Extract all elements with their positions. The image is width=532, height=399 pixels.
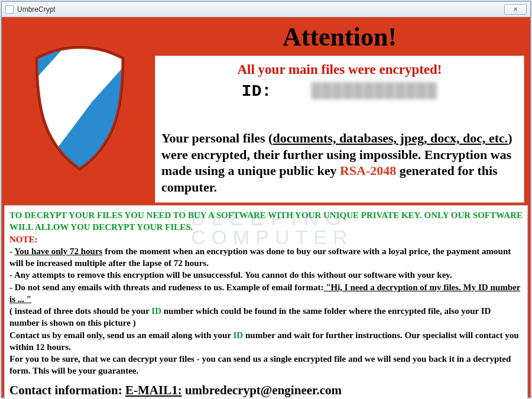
titlebar[interactable]: UmbreCrypt ✕	[2, 2, 530, 17]
encrypted-panel: All your main files were encrypted! ID: …	[155, 56, 524, 203]
top-row: Attention! All your main files were encr…	[4, 20, 528, 203]
id-value: ████████████	[312, 82, 438, 100]
note-4: ( instead of three dots should be your I…	[9, 305, 523, 329]
app-icon	[5, 5, 14, 14]
note-1: - You have only 72 hours from the moment…	[9, 245, 523, 270]
decrypt-instructions: TO DECRYPT YOUR FILES YOU NEED TO BUY A …	[9, 209, 523, 233]
window-title: UmbreCrypt	[17, 5, 504, 14]
para-b: documents, databases, jpeg, docx, doc, e…	[273, 131, 508, 145]
email1-label: E-MAIL1:	[125, 383, 182, 397]
contact-label: Contact information:	[9, 383, 122, 397]
note-2: - Any attempts to remove this encryption…	[9, 269, 523, 281]
id-line: ID: ████████████	[161, 82, 518, 100]
note-6: For you to be sure, that we can decrypt …	[9, 353, 523, 377]
note-5: Contact us by email only, send us an ema…	[9, 329, 523, 353]
encrypted-heading: All your main files were encrypted!	[161, 62, 518, 77]
instructions-panel: TO DECRYPT YOUR FILES YOU NEED TO BUY A …	[4, 205, 528, 399]
right-column: Attention! All your main files were encr…	[155, 20, 528, 203]
close-icon: ✕	[513, 6, 518, 12]
close-button[interactable]: ✕	[504, 4, 527, 15]
email1-value: umbredecrypt@engineer.com	[182, 383, 342, 397]
rsa-key: RSA-2048	[340, 163, 396, 178]
client-area: Attention! All your main files were encr…	[2, 17, 530, 397]
shield-column	[4, 20, 155, 203]
attention-heading: Attention!	[155, 22, 524, 52]
note-label: NOTE:	[9, 233, 523, 245]
contact-info: Contact information: E-MAIL1: umbredecry…	[9, 383, 523, 400]
shield-icon	[27, 43, 133, 173]
para-a: Your personal files (	[161, 131, 273, 145]
encryption-paragraph: Your personal files (documents, database…	[161, 130, 518, 195]
note-3: - Do not send any emails with threats an…	[9, 281, 523, 306]
window-frame: UmbreCrypt ✕	[1, 1, 531, 398]
id-label: ID:	[242, 82, 271, 100]
